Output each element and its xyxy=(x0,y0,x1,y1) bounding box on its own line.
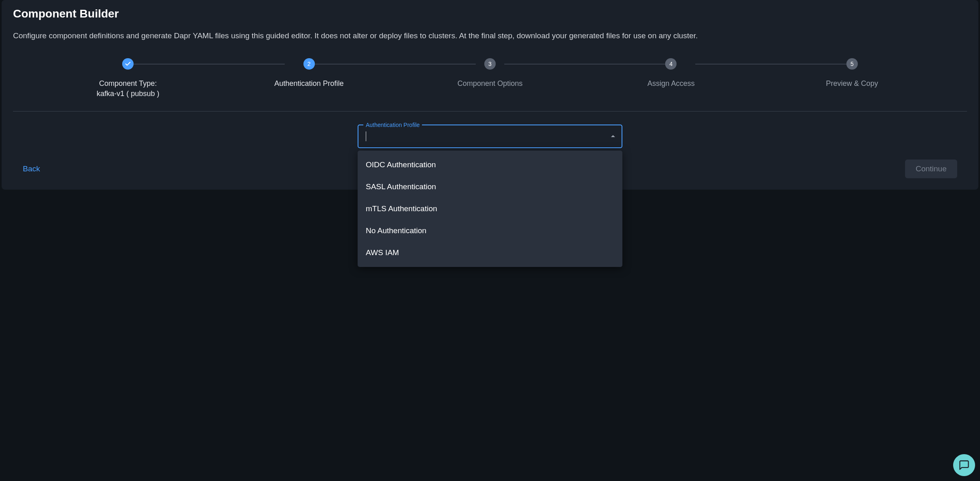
auth-profile-dropdown: OIDC Authentication SASL Authentication … xyxy=(358,151,622,267)
chat-icon xyxy=(958,459,970,471)
back-button[interactable]: Back xyxy=(23,161,40,177)
step-sublabel: kafka-v1 ( pubsub ) xyxy=(97,90,159,98)
divider xyxy=(13,111,967,112)
step-label: Component Type: xyxy=(99,79,157,89)
page-description: Configure component definitions and gene… xyxy=(13,30,967,42)
component-builder-panel: Component Builder Configure component de… xyxy=(2,0,978,190)
step-component-options[interactable]: 3 Component Options xyxy=(400,58,580,89)
continue-button[interactable]: Continue xyxy=(905,160,957,178)
step-circle-pending: 3 xyxy=(484,58,496,70)
chevron-up-icon[interactable] xyxy=(611,135,615,137)
dropdown-item-no-auth[interactable]: No Authentication xyxy=(358,220,622,242)
dropdown-item-aws-iam[interactable]: AWS IAM xyxy=(358,242,622,264)
step-label: Authentication Profile xyxy=(275,79,344,89)
chat-widget-button[interactable] xyxy=(953,454,975,476)
dropdown-item-mtls[interactable]: mTLS Authentication xyxy=(358,198,622,220)
step-component-type[interactable]: Component Type: kafka-v1 ( pubsub ) xyxy=(37,58,218,98)
step-circle-pending: 4 xyxy=(665,58,677,70)
step-label: Assign Access xyxy=(647,79,694,89)
step-authentication-profile[interactable]: 2 Authentication Profile xyxy=(218,58,399,89)
auth-profile-select-wrapper: Authentication Profile OIDC Authenticati… xyxy=(358,125,622,148)
check-icon xyxy=(125,61,131,67)
step-assign-access[interactable]: 4 Assign Access xyxy=(580,58,761,89)
form-area: Authentication Profile OIDC Authenticati… xyxy=(13,125,967,148)
step-circle-completed xyxy=(122,58,134,70)
step-circle-pending: 5 xyxy=(846,58,858,70)
page-title: Component Builder xyxy=(13,7,967,20)
step-circle-active: 2 xyxy=(303,58,315,70)
dropdown-item-oidc[interactable]: OIDC Authentication xyxy=(358,154,622,176)
auth-profile-input[interactable] xyxy=(366,133,611,140)
stepper: Component Type: kafka-v1 ( pubsub ) 2 Au… xyxy=(13,58,967,98)
step-label: Preview & Copy xyxy=(826,79,878,89)
auth-profile-select[interactable]: Authentication Profile xyxy=(358,125,622,148)
select-field-label: Authentication Profile xyxy=(363,122,422,128)
step-preview-copy[interactable]: 5 Preview & Copy xyxy=(762,58,943,89)
dropdown-item-sasl[interactable]: SASL Authentication xyxy=(358,176,622,198)
step-label: Component Options xyxy=(457,79,523,89)
